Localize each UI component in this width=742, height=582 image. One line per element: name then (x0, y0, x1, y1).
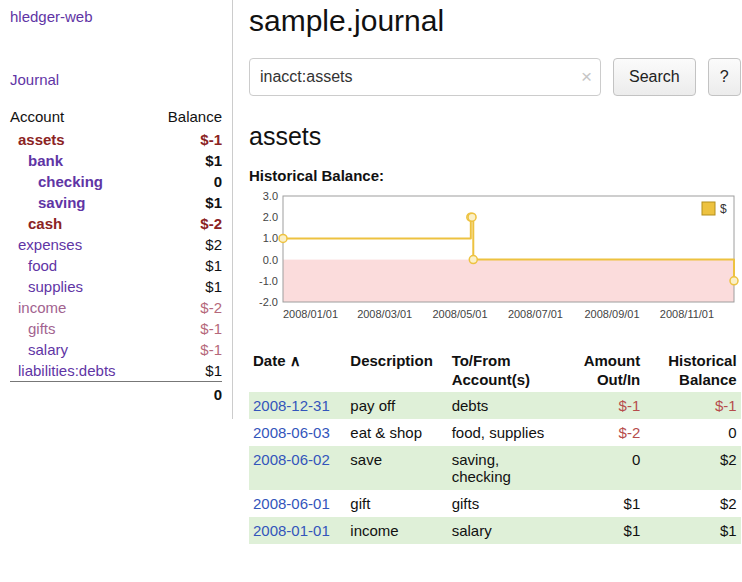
register-header-date[interactable]: Date ∧ (249, 350, 346, 392)
clear-search-icon[interactable]: × (581, 67, 592, 86)
svg-text:2008/07/01: 2008/07/01 (508, 308, 563, 320)
sidebar-inner: hledger-web Journal Account Balance asse… (0, 0, 233, 419)
app-title-link[interactable]: hledger-web (10, 8, 222, 25)
account-link[interactable]: salary (10, 341, 68, 358)
help-button[interactable]: ? (708, 58, 741, 96)
transaction-accounts: debts (448, 392, 553, 419)
accounts-total-row: 0 (10, 382, 222, 406)
sidebar-nav: Journal (10, 71, 222, 104)
account-link[interactable]: assets (10, 131, 65, 148)
svg-text:2.0: 2.0 (263, 211, 278, 223)
legend-label: $ (720, 202, 727, 216)
svg-text:2008/09/01: 2008/09/01 (584, 308, 639, 320)
register-row: 2008-12-31pay offdebts$-1$-1 (249, 392, 741, 419)
accounts-body: assets$-1bank$1checking0saving$1cash$-2e… (10, 129, 222, 382)
search-row: × Search ? (249, 58, 741, 96)
transaction-description: gift (346, 490, 447, 517)
transaction-description: save (346, 446, 447, 490)
account-row: saving$1 (10, 192, 222, 213)
svg-text:-1.0: -1.0 (259, 275, 278, 287)
legend-swatch (702, 202, 715, 215)
account-row: supplies$1 (10, 276, 222, 297)
account-link[interactable]: cash (10, 215, 62, 232)
account-link[interactable]: checking (10, 173, 103, 190)
account-link[interactable]: bank (10, 152, 63, 169)
register-header-amount: Amount Out/In (553, 350, 644, 392)
accounts-table: Account Balance assets$-1bank$1checking0… (10, 104, 222, 405)
svg-text:-2.0: -2.0 (259, 296, 278, 308)
transaction-date-cell: 2008-06-03 (249, 419, 346, 446)
transaction-date-cell: 2008-12-31 (249, 392, 346, 419)
transaction-amount: $1 (553, 517, 644, 544)
app-root: hledger-web Journal Account Balance asse… (0, 0, 742, 544)
svg-text:2008/11/01: 2008/11/01 (660, 308, 714, 320)
account-balance: $-2 (150, 213, 222, 234)
transaction-accounts: gifts (448, 490, 553, 517)
accounts-total: 0 (150, 382, 222, 406)
transaction-date-link[interactable]: 2008-06-02 (253, 451, 330, 468)
account-heading: assets (249, 122, 741, 151)
transaction-balance: $2 (644, 490, 740, 517)
page-title: sample.journal (249, 4, 741, 38)
chart-svg: 3.02.01.00.0-1.0-2.02008/01/012008/03/01… (249, 190, 736, 340)
svg-text:2008/05/01: 2008/05/01 (433, 308, 488, 320)
transaction-date-link[interactable]: 2008-12-31 (253, 397, 330, 414)
account-row: salary$-1 (10, 339, 222, 360)
account-balance: 0 (150, 171, 222, 192)
account-balance: $1 (150, 150, 222, 171)
balance-column-header: Balance (150, 104, 222, 129)
main-content: sample.journal × Search ? assets Histori… (233, 0, 742, 544)
account-link[interactable]: supplies (10, 278, 83, 295)
account-row: liabilities:debts$1 (10, 360, 222, 382)
account-row: income$-2 (10, 297, 222, 318)
transaction-amount: $-1 (553, 392, 644, 419)
transaction-date-link[interactable]: 2008-06-03 (253, 424, 330, 441)
transaction-amount: 0 (553, 446, 644, 490)
transaction-amount: $-2 (553, 419, 644, 446)
transaction-description: pay off (346, 392, 447, 419)
search-button[interactable]: Search (613, 58, 696, 96)
search-input[interactable] (249, 58, 601, 96)
account-link[interactable]: saving (10, 194, 86, 211)
sort-ascending-icon: ∧ (290, 352, 301, 369)
account-row: bank$1 (10, 150, 222, 171)
account-link[interactable]: income (10, 299, 66, 316)
account-balance: $-1 (150, 129, 222, 150)
transaction-balance: $-1 (644, 392, 740, 419)
account-balance: $-2 (150, 297, 222, 318)
register-header-balance: Historical Balance (644, 350, 740, 392)
account-row: checking0 (10, 171, 222, 192)
register-row: 2008-06-03eat & shopfood, supplies$-20 (249, 419, 741, 446)
account-link[interactable]: liabilities:debts (10, 362, 116, 379)
account-row: expenses$2 (10, 234, 222, 255)
svg-text:1.0: 1.0 (263, 232, 278, 244)
transaction-accounts: saving, checking (448, 446, 553, 490)
account-row: food$1 (10, 255, 222, 276)
account-row: assets$-1 (10, 129, 222, 150)
register-row: 2008-06-02savesaving, checking0$2 (249, 446, 741, 490)
svg-text:3.0: 3.0 (263, 190, 278, 202)
account-link[interactable]: expenses (10, 236, 82, 253)
account-row: gifts$-1 (10, 318, 222, 339)
transaction-balance: $1 (644, 517, 740, 544)
chart-title: Historical Balance: (249, 167, 741, 184)
register-table: Date ∧ Description To/From Account(s) Am… (249, 350, 741, 544)
register-header-accounts: To/From Account(s) (448, 350, 553, 392)
transaction-date-link[interactable]: 2008-06-01 (253, 495, 330, 512)
transaction-description: income (346, 517, 447, 544)
search-field-wrap: × (249, 58, 601, 96)
register-header-row: Date ∧ Description To/From Account(s) Am… (249, 350, 741, 392)
transaction-date-link[interactable]: 2008-01-01 (253, 522, 330, 539)
account-balance: $2 (150, 234, 222, 255)
account-balance: $1 (150, 255, 222, 276)
transaction-date-cell: 2008-06-01 (249, 490, 346, 517)
account-balance: $1 (150, 192, 222, 213)
account-balance: $1 (150, 360, 222, 382)
transaction-accounts: food, supplies (448, 419, 553, 446)
account-column-header: Account (10, 104, 150, 129)
svg-text:0.0: 0.0 (263, 254, 278, 266)
account-link[interactable]: gifts (10, 320, 56, 337)
account-balance: $-1 (150, 339, 222, 360)
account-link[interactable]: food (10, 257, 57, 274)
journal-link[interactable]: Journal (10, 71, 59, 88)
